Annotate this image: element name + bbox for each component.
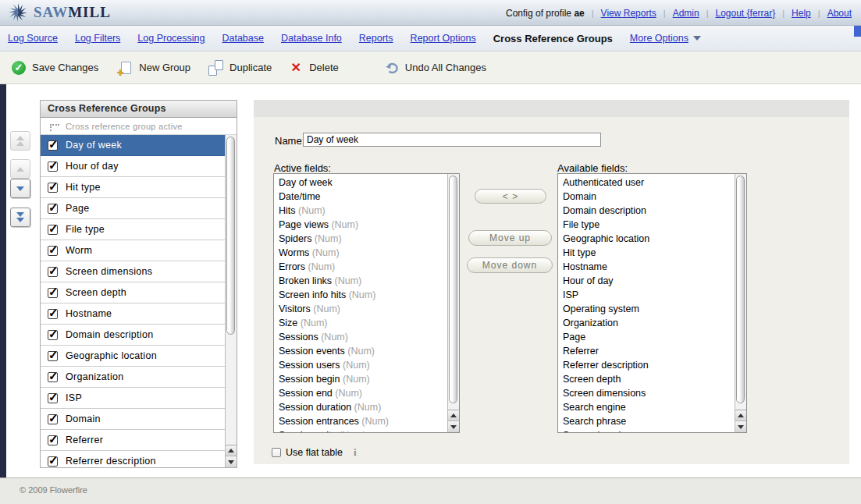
active-field-item[interactable]: Errors (Num) bbox=[279, 260, 445, 274]
admin-link[interactable]: Admin bbox=[673, 8, 699, 19]
available-field-item[interactable]: Geographic location bbox=[563, 232, 732, 246]
group-checkbox[interactable] bbox=[48, 140, 58, 151]
active-field-item[interactable]: Session events (Num) bbox=[279, 344, 445, 358]
group-checkbox[interactable] bbox=[48, 246, 58, 256]
group-row[interactable]: Geographic location bbox=[41, 346, 237, 367]
group-row[interactable]: Hour of day bbox=[41, 156, 237, 177]
group-row[interactable]: Worm bbox=[41, 240, 237, 261]
nav-link[interactable]: Reports bbox=[359, 33, 393, 44]
logout-link[interactable]: Logout {ferrar} bbox=[716, 8, 776, 19]
available-field-item[interactable]: Screen depth bbox=[563, 372, 732, 386]
nav-link[interactable]: Database Info bbox=[281, 33, 342, 44]
available-field-item[interactable]: Hit type bbox=[563, 246, 732, 260]
group-checkbox[interactable] bbox=[48, 183, 58, 193]
info-icon[interactable]: i bbox=[354, 446, 357, 459]
available-field-item[interactable]: ISP bbox=[563, 288, 732, 302]
scroll-up-button[interactable] bbox=[448, 410, 459, 421]
scroll-down-button[interactable] bbox=[226, 456, 237, 467]
available-field-item[interactable]: Authenticated user bbox=[563, 176, 732, 190]
scroll-up-button[interactable] bbox=[226, 445, 237, 456]
view-reports-link[interactable]: View Reports bbox=[601, 8, 656, 19]
group-row[interactable]: Organization bbox=[41, 367, 237, 388]
group-row[interactable]: Screen dimensions bbox=[41, 261, 237, 282]
save-changes-button[interactable]: ✓ Save Changes bbox=[11, 60, 98, 76]
available-field-item[interactable]: Server domain bbox=[563, 428, 732, 433]
duplicate-button[interactable]: Duplicate bbox=[208, 60, 272, 76]
available-field-item[interactable]: Domain description bbox=[563, 204, 732, 218]
scroll-down-button[interactable] bbox=[735, 421, 746, 432]
active-field-item[interactable]: Worms (Num) bbox=[279, 246, 445, 260]
available-field-item[interactable]: Hour of day bbox=[563, 274, 732, 288]
active-fields-listbox[interactable]: Day of week Date/time Hits (Num) Page vi… bbox=[273, 173, 460, 433]
active-field-item[interactable]: Session begin (Num) bbox=[279, 372, 445, 386]
group-checkbox[interactable] bbox=[48, 161, 58, 172]
group-checkbox[interactable] bbox=[48, 225, 58, 235]
group-row[interactable]: Domain bbox=[41, 409, 237, 430]
group-checkbox[interactable] bbox=[48, 372, 58, 382]
delete-button[interactable]: ✕ Delete bbox=[288, 60, 339, 76]
use-flat-table-checkbox[interactable] bbox=[272, 448, 281, 457]
group-checkbox[interactable] bbox=[48, 351, 58, 361]
available-field-item[interactable]: Search engine bbox=[563, 400, 732, 414]
scrollbar-thumb[interactable] bbox=[736, 176, 745, 403]
name-input[interactable] bbox=[303, 133, 601, 147]
active-field-item[interactable]: Session duration (Num) bbox=[279, 400, 445, 414]
group-checkbox[interactable] bbox=[48, 309, 58, 319]
available-field-item[interactable]: Screen dimensions bbox=[563, 386, 732, 400]
available-field-item[interactable]: Referrer description bbox=[563, 358, 732, 372]
active-field-item[interactable]: Session entrances (Num) bbox=[279, 414, 445, 428]
more-options-menu[interactable]: More Options bbox=[630, 33, 688, 44]
move-up-group-button[interactable] bbox=[10, 159, 30, 179]
nav-link[interactable]: Log Processing bbox=[137, 33, 205, 44]
active-field-item[interactable]: Day of week bbox=[279, 176, 445, 190]
available-fields-scrollbar[interactable] bbox=[735, 174, 746, 432]
available-field-item[interactable]: Referrer bbox=[563, 344, 732, 358]
active-field-item[interactable]: Session users (Num) bbox=[279, 358, 445, 372]
move-down-button[interactable]: Move down bbox=[467, 257, 553, 273]
group-checkbox[interactable] bbox=[48, 456, 58, 467]
group-row[interactable]: Screen depth bbox=[41, 282, 237, 303]
groups-scrollbar[interactable] bbox=[225, 135, 237, 467]
swap-fields-button[interactable]: < > bbox=[475, 189, 546, 204]
active-field-item[interactable]: Visitors (Num) bbox=[279, 302, 445, 316]
group-checkbox[interactable] bbox=[48, 330, 58, 340]
group-row[interactable]: Hostname bbox=[41, 303, 237, 325]
group-checkbox[interactable] bbox=[48, 288, 58, 298]
active-field-item[interactable]: Date/time bbox=[279, 190, 445, 204]
move-to-bottom-button[interactable] bbox=[10, 208, 30, 227]
scrollbar-thumb[interactable] bbox=[449, 176, 457, 403]
about-link[interactable]: About bbox=[827, 8, 852, 19]
group-row[interactable]: Page bbox=[41, 198, 237, 219]
active-field-item[interactable]: Broken links (Num) bbox=[279, 274, 445, 288]
undo-all-changes-button[interactable]: Undo All Changes bbox=[384, 60, 486, 76]
active-field-item[interactable]: Screen info hits (Num) bbox=[279, 288, 445, 302]
nav-link[interactable]: Log Source bbox=[8, 33, 58, 44]
group-row[interactable]: ISP bbox=[41, 388, 237, 409]
active-field-item[interactable]: Size (Num) bbox=[279, 316, 445, 330]
nav-link[interactable]: Report Options bbox=[411, 33, 476, 44]
move-to-top-button[interactable] bbox=[10, 131, 30, 151]
group-row[interactable]: File type bbox=[41, 219, 237, 240]
active-field-item[interactable]: Page views (Num) bbox=[279, 218, 445, 232]
move-up-button[interactable]: Move up bbox=[468, 230, 552, 246]
active-field-item[interactable]: Session end (Num) bbox=[279, 386, 445, 400]
available-field-item[interactable]: Domain bbox=[563, 190, 732, 204]
new-group-button[interactable]: + New Group bbox=[118, 60, 190, 76]
scrollbar-thumb[interactable] bbox=[226, 137, 235, 335]
available-field-item[interactable]: Page bbox=[563, 330, 732, 344]
active-fields-scrollbar[interactable] bbox=[447, 174, 459, 432]
group-checkbox[interactable] bbox=[48, 414, 58, 424]
nav-link[interactable]: Database bbox=[222, 33, 264, 44]
help-link[interactable]: Help bbox=[792, 8, 811, 19]
move-down-group-button[interactable] bbox=[10, 179, 30, 198]
group-row[interactable]: Day of week bbox=[41, 135, 237, 156]
active-field-item[interactable]: Spiders (Num) bbox=[279, 232, 445, 246]
available-field-item[interactable]: Hostname bbox=[563, 260, 732, 274]
available-field-item[interactable]: Operating system bbox=[563, 302, 732, 316]
group-checkbox[interactable] bbox=[48, 204, 58, 214]
available-field-item[interactable]: File type bbox=[563, 218, 732, 232]
active-field-item[interactable]: Session exits (Num) bbox=[279, 428, 445, 433]
group-row[interactable]: Referrer description bbox=[41, 451, 237, 467]
active-field-item[interactable]: Hits (Num) bbox=[279, 204, 445, 218]
group-checkbox[interactable] bbox=[48, 267, 58, 277]
